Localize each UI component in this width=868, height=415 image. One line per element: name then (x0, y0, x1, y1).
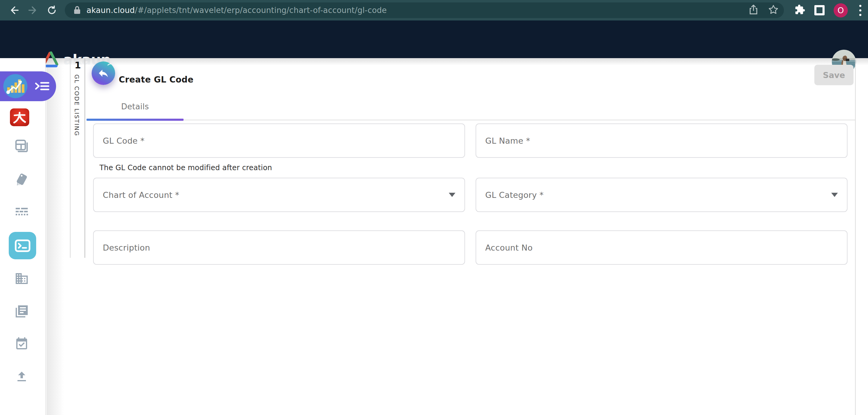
refresh-icon[interactable] (46, 4, 58, 16)
da-character-icon (13, 111, 27, 124)
app-header: akaun (0, 21, 868, 58)
address-bar[interactable]: akaun.cloud/#/applets/tnt/wavelet/erp/ac… (65, 2, 784, 18)
style-cards-icon (14, 172, 29, 187)
share-icon[interactable] (749, 4, 758, 16)
screen: akaun.cloud/#/applets/tnt/wavelet/erp/ac… (0, 0, 868, 415)
tab-details[interactable]: Details (87, 97, 184, 116)
tab-bar-rail (184, 119, 855, 120)
gl-code-input[interactable] (94, 124, 464, 157)
bookmark-star-icon[interactable] (768, 4, 778, 16)
sidebar-item-style[interactable] (14, 172, 29, 187)
description-input[interactable] (94, 231, 464, 264)
panel-step-number: 1 (72, 60, 84, 70)
upload-icon (14, 369, 29, 384)
url-domain: akaun.cloud (87, 6, 135, 15)
gl-name-input[interactable] (476, 124, 847, 157)
chevron-down-icon (831, 193, 838, 197)
sidebar-shadow (46, 58, 64, 415)
building-icon (14, 271, 29, 286)
header-shadow (0, 58, 868, 65)
lock-icon (73, 6, 81, 15)
window-layout-icon (14, 139, 29, 153)
account-no-field[interactable] (475, 231, 847, 265)
sidebar-item-library[interactable] (14, 304, 29, 319)
main-scrollbar[interactable] (855, 58, 856, 415)
browser-profile-badge[interactable]: O (834, 3, 848, 18)
sidebar-expand-icon[interactable] (35, 79, 50, 93)
tab-active-indicator (87, 119, 184, 121)
sidebar-item-active-applet[interactable] (0, 71, 56, 101)
panel-vertical-label[interactable]: GL CODE LISTING (73, 74, 81, 136)
side-panel-icon[interactable] (814, 5, 825, 15)
gl-category-select[interactable]: GL Category * (475, 178, 847, 212)
description-field[interactable] (93, 231, 465, 265)
sidebar-item-row-list[interactable] (14, 205, 29, 220)
library-books-icon (14, 304, 29, 319)
sidebar-item-terminal-active[interactable] (9, 232, 36, 259)
browser-menu-icon[interactable] (857, 5, 864, 16)
back-icon[interactable] (8, 4, 20, 16)
panel-left-border (70, 58, 70, 258)
terminal-icon (15, 239, 30, 252)
sidebar-item-da-applet[interactable] (10, 108, 29, 126)
back-button[interactable] (92, 62, 115, 85)
sidebar-item-calendar[interactable] (14, 337, 29, 351)
sidebar-item-window-layout[interactable] (14, 139, 29, 153)
row-list-icon (14, 205, 29, 220)
page-title: Create GL Code (119, 75, 193, 84)
gl-code-field[interactable] (93, 124, 465, 158)
url-path: /#/applets/tnt/wavelet/erp/accounting/ch… (135, 6, 387, 15)
gl-code-helper-text: The GL Code cannot be modified after cre… (99, 164, 272, 172)
chevron-down-icon (449, 193, 456, 197)
account-no-input[interactable] (476, 231, 847, 264)
calendar-check-icon (14, 337, 29, 351)
url-text: akaun.cloud/#/applets/tnt/wavelet/erp/ac… (87, 6, 387, 15)
chart-of-account-label: Chart of Account * (103, 190, 179, 200)
save-button[interactable]: Save (814, 65, 854, 85)
extensions-puzzle-icon[interactable] (795, 4, 805, 16)
sidebar-item-organization[interactable] (14, 271, 29, 286)
forward-icon[interactable] (27, 4, 39, 16)
panel-right-border[interactable] (84, 58, 85, 258)
sidebar-item-upload[interactable] (14, 369, 29, 384)
chart-applet-icon[interactable] (3, 74, 27, 98)
browser-toolbar: akaun.cloud/#/applets/tnt/wavelet/erp/ac… (0, 0, 868, 21)
gl-name-field[interactable] (475, 124, 847, 158)
fab-highlight (107, 63, 113, 70)
gl-category-label: GL Category * (485, 190, 544, 200)
chart-of-account-select[interactable]: Chart of Account * (93, 178, 465, 212)
